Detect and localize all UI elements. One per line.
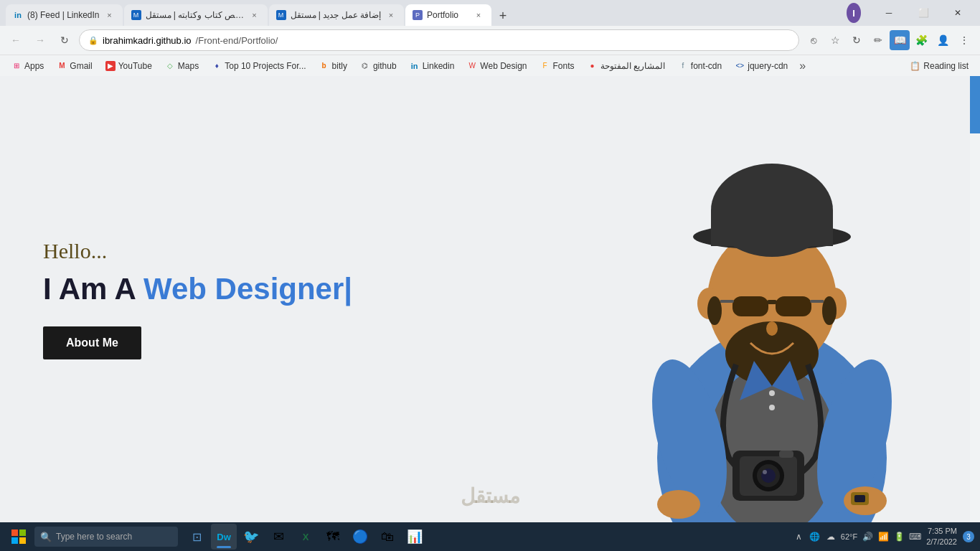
bookmark-gmail-label: Gmail	[70, 61, 92, 71]
address-bar: ← → ↻ 🔒 ibrahimkadri.github.io /Front-en…	[0, 26, 980, 55]
start-button[interactable]	[6, 524, 32, 550]
taskbar-app-1[interactable]: 🐦	[238, 524, 264, 550]
svg-point-27	[657, 490, 700, 519]
tab-favicon-mostaqel1: M	[131, 10, 141, 20]
tab-mostaqel2[interactable]: M إضافة عمل جديد | مستقل ×	[269, 4, 404, 26]
back-button[interactable]: ←	[6, 30, 26, 50]
reading-list-button[interactable]: 📋 Reading list	[904, 59, 974, 73]
taskbar-app-excel2[interactable]: 📊	[402, 524, 428, 550]
svg-rect-8	[776, 296, 811, 316]
extensions-button[interactable]: 🧩	[911, 30, 931, 50]
bookmark-bitly[interactable]: b bitly	[314, 59, 353, 73]
browser-menu-button[interactable]: ⋮	[954, 30, 974, 50]
share-button[interactable]: ⎋	[804, 30, 824, 50]
fontcdn-icon: f	[678, 61, 688, 71]
bookmarks-more-button[interactable]: »	[795, 57, 810, 75]
forward-button[interactable]: →	[30, 30, 50, 50]
bookmark-github-label: github	[373, 61, 397, 71]
tab-close-linkedin[interactable]: ×	[104, 9, 116, 21]
reading-mode-button[interactable]: 📖	[890, 30, 910, 50]
network-icon[interactable]: 🌐	[809, 531, 821, 542]
taskbar-right: ∧ 🌐 ☁ 62°F 🔊 📶 🔋 ⌨ 7:35 PM 2/7/2022 3	[793, 526, 974, 548]
tab-title-portfolio: Portfolio	[427, 10, 468, 20]
taskbar-system-icons: ∧ 🌐 ☁ 62°F 🔊 📶 🔋 ⌨	[793, 531, 920, 542]
url-domain: ibrahimkadri.github.io	[103, 35, 192, 46]
chevron-up-icon[interactable]: ∧	[793, 531, 805, 542]
tab-linkedin[interactable]: in (8) Feed | LinkedIn ×	[6, 4, 123, 26]
bookmark-star-button[interactable]: ☆	[825, 30, 845, 50]
profile-avatar[interactable]: I	[847, 3, 861, 23]
bookmark-gmail[interactable]: M Gmail	[51, 59, 98, 73]
taskbar-app-maps[interactable]: 🗺	[320, 524, 346, 550]
bookmark-apps[interactable]: ⊞ Apps	[6, 59, 50, 73]
tab-close-portfolio[interactable]: ×	[473, 9, 484, 21]
profile-icon-button[interactable]: 👤	[933, 30, 953, 50]
bookmark-fontcdn[interactable]: f font-cdn	[672, 59, 727, 73]
about-me-button[interactable]: About Me	[43, 326, 141, 359]
tab-close-mostaqel1[interactable]: ×	[249, 9, 260, 21]
github-icon: ⌬	[360, 61, 370, 71]
system-clock[interactable]: 7:35 PM 2/7/2022	[926, 526, 957, 548]
minimize-button[interactable]: ─	[872, 2, 905, 24]
taskbar-app-mail[interactable]: ✉	[265, 524, 291, 550]
bookmark-top10-label: Top 10 Projects For...	[225, 61, 306, 71]
bookmark-top10[interactable]: ♦ Top 10 Projects For...	[206, 59, 311, 73]
edit-url-button[interactable]: ✏	[868, 30, 888, 50]
svg-point-34	[769, 405, 775, 410]
tab-group: in (8) Feed | LinkedIn × M تلخيص كتاب وك…	[6, 0, 841, 26]
maximize-button[interactable]: ⬜	[907, 2, 940, 24]
tab-title-mostaqel2: إضافة عمل جديد | مستقل	[291, 10, 381, 20]
volume-icon[interactable]: 🔊	[862, 531, 873, 542]
taskbar-app-taskview[interactable]: ⊡	[184, 524, 209, 550]
bookmark-webdesign[interactable]: W Web Design	[461, 59, 532, 73]
reload-button[interactable]: ↻	[55, 30, 75, 50]
url-path: /Front-end/Portfolio/	[196, 35, 278, 46]
linkedin-icon: in	[410, 61, 420, 71]
bookmark-maps[interactable]: ◇ Maps	[159, 59, 204, 73]
taskbar-search[interactable]: 🔍 Type here to search	[34, 527, 178, 547]
bookmark-fonts[interactable]: F Fonts	[534, 59, 580, 73]
bookmarks-right: 📋 Reading list	[904, 59, 974, 73]
youtube-icon: ▶	[105, 61, 116, 71]
bitly-icon: b	[319, 61, 329, 71]
reload-page-button[interactable]: ↻	[847, 30, 867, 50]
scrollbar[interactable]	[970, 76, 980, 522]
bookmark-jquerycdn[interactable]: <> jquery-cdn	[729, 59, 793, 73]
keyboard-icon[interactable]: ⌨	[909, 531, 920, 542]
hero-section: Hello... I Am A Web Designer| About Me	[0, 76, 980, 522]
taskbar-app-chrome[interactable]: 🔵	[347, 524, 373, 550]
reading-list-label: Reading list	[923, 61, 969, 71]
taskbar: 🔍 Type here to search ⊡ Dw 🐦 ✉ X 🗺 🔵 🛍 📊…	[0, 522, 980, 551]
profile-menu-icon[interactable]: I	[844, 3, 864, 23]
bookmark-github[interactable]: ⌬ github	[354, 59, 402, 73]
webdesign-icon: W	[467, 61, 477, 71]
weather-icon[interactable]: ☁	[825, 531, 837, 542]
taskbar-app-excel[interactable]: X	[293, 524, 319, 550]
title-part2: Web Designer	[143, 272, 344, 306]
bookmark-projects[interactable]: ● المشاريع المفتوحة	[582, 59, 671, 73]
bookmark-bitly-label: bitly	[332, 61, 347, 71]
search-placeholder: Type here to search	[56, 532, 132, 542]
svg-point-33	[769, 390, 775, 396]
bookmark-fonts-label: Fonts	[553, 61, 575, 71]
network-wifi-icon[interactable]: 📶	[877, 531, 889, 542]
clock-time: 7:35 PM	[928, 526, 957, 537]
tab-favicon-portfolio: P	[413, 10, 423, 20]
taskbar-app-store[interactable]: 🛍	[374, 524, 400, 550]
tab-close-mostaqel2[interactable]: ×	[385, 9, 397, 21]
tab-portfolio[interactable]: P Portfolio ×	[405, 4, 491, 26]
hero-image	[621, 99, 923, 522]
svg-point-13	[766, 321, 778, 336]
bookmark-youtube[interactable]: ▶ YouTube	[100, 59, 158, 73]
new-tab-button[interactable]: +	[493, 6, 513, 26]
apps-icon: ⊞	[11, 61, 22, 71]
tab-mostaqel1[interactable]: M تلخيص كتاب وكتابته | مستقل ×	[124, 4, 268, 26]
close-button[interactable]: ✕	[941, 2, 974, 24]
taskbar-app-dreamweaver[interactable]: Dw	[211, 524, 237, 550]
bookmark-linkedin[interactable]: in Linkedin	[404, 59, 461, 73]
scrollbar-thumb[interactable]	[970, 76, 980, 133]
taskbar-apps: ⊡ Dw 🐦 ✉ X 🗺 🔵 🛍 📊	[181, 524, 791, 550]
bookmark-jquerycdn-label: jquery-cdn	[748, 61, 788, 71]
notification-badge[interactable]: 3	[963, 531, 974, 542]
url-bar[interactable]: 🔒 ibrahimkadri.github.io /Front-end/Port…	[79, 29, 799, 51]
